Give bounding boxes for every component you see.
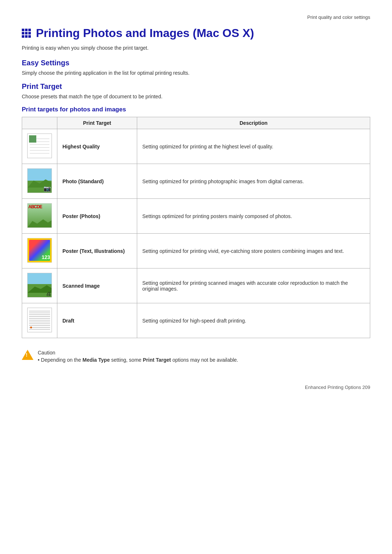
caution-list: Depending on the Media Type setting, som… xyxy=(38,357,238,363)
table-row: Draft Setting optimized for high-speed d… xyxy=(22,303,370,338)
row-desc-scanned-image: Setting optimized for printing scanned i… xyxy=(137,268,370,303)
row-icon-draft xyxy=(22,303,57,338)
caution-triangle xyxy=(22,350,33,360)
thumb-scanned-image xyxy=(27,273,52,297)
easy-settings-heading: Easy Settings xyxy=(22,59,370,67)
row-icon-poster-photos xyxy=(22,199,57,234)
col-desc-header: Description xyxy=(137,117,370,129)
page-footer: Enhanced Printing Options 209 xyxy=(22,385,370,390)
row-desc-poster-text: Setting optimized for printing vivid, ey… xyxy=(137,234,370,268)
table-row: Highest Quality Setting optimized for pr… xyxy=(22,129,370,164)
row-target-poster-photos: Poster (Photos) xyxy=(57,199,137,234)
page-title: Printing Photos and Images (Mac OS X) xyxy=(22,26,370,40)
row-desc-highest-quality: Setting optimized for printing at the hi… xyxy=(137,129,370,164)
row-target-photo-standard: Photo (Standard) xyxy=(57,164,137,199)
page-intro: Printing is easy when you simply choose … xyxy=(22,45,370,51)
table-heading: Print targets for photos and images xyxy=(22,106,370,113)
grid-icon xyxy=(22,29,31,38)
row-icon-scanned-image xyxy=(22,268,57,303)
row-desc-draft: Setting optimized for high-speed draft p… xyxy=(137,303,370,338)
row-icon-highest-quality xyxy=(22,129,57,164)
table-row: Scanned Image Setting optimized for prin… xyxy=(22,268,370,303)
row-desc-photo-standard: Setting optimized for printing photograp… xyxy=(137,164,370,199)
caution-label: Caution xyxy=(38,350,238,356)
caution-content: Caution Depending on the Media Type sett… xyxy=(38,350,238,363)
footer-text: Enhanced Printing Options 209 xyxy=(305,385,370,390)
thumb-photo-standard xyxy=(27,168,52,193)
table-row: Poster (Photos) Settings optimized for p… xyxy=(22,199,370,234)
print-target-heading: Print Target xyxy=(22,82,370,91)
print-targets-table: Print Target Description Highest Quality… xyxy=(22,117,370,338)
page-header: Print quality and color settings xyxy=(22,15,370,20)
thumb-draft xyxy=(27,308,52,332)
row-icon-poster-text xyxy=(22,234,57,268)
thumb-poster-text xyxy=(27,238,52,263)
row-target-poster-text: Poster (Text, Illustrations) xyxy=(57,234,137,268)
row-icon-photo-standard xyxy=(22,164,57,199)
table-row: Poster (Text, Illustrations) Setting opt… xyxy=(22,234,370,268)
row-target-scanned-image: Scanned Image xyxy=(57,268,137,303)
thumb-poster-photos xyxy=(27,203,52,228)
table-header-row: Print Target Description xyxy=(22,117,370,129)
print-target-desc: Choose presets that match the type of do… xyxy=(22,94,370,99)
row-desc-poster-photos: Settings optimized for printing posters … xyxy=(137,199,370,234)
caution-icon xyxy=(22,350,33,361)
easy-settings-desc: Simply choose the printing application i… xyxy=(22,70,370,76)
header-text: Print quality and color settings xyxy=(307,15,370,20)
row-target-draft: Draft xyxy=(57,303,137,338)
row-target-highest-quality: Highest Quality xyxy=(57,129,137,164)
thumb-highest-quality xyxy=(27,134,52,158)
col-icon-header xyxy=(22,117,57,129)
caution-section: Caution Depending on the Media Type sett… xyxy=(22,350,370,363)
col-target-header: Print Target xyxy=(57,117,137,129)
table-row: Photo (Standard) Setting optimized for p… xyxy=(22,164,370,199)
caution-item: Depending on the Media Type setting, som… xyxy=(38,357,238,363)
